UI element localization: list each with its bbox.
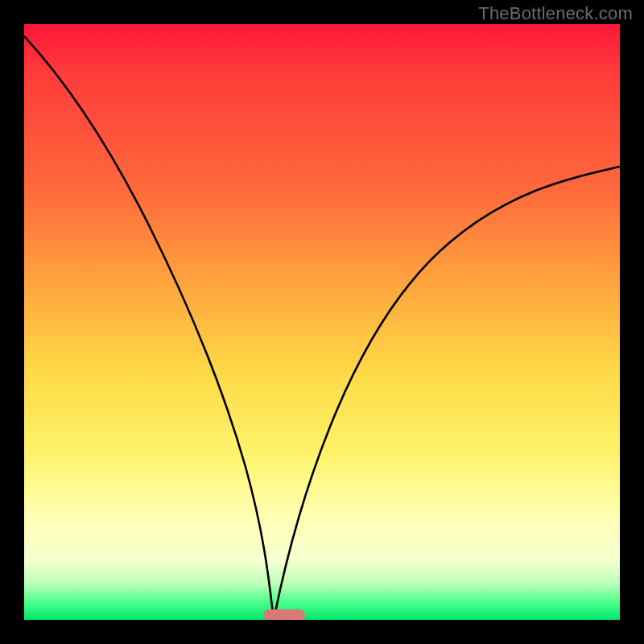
- curve-layer: [24, 24, 620, 620]
- plot-area: [24, 24, 620, 620]
- optimal-range-marker: [263, 609, 305, 620]
- curve-right-branch: [274, 167, 620, 620]
- chart-frame: TheBottleneck.com: [0, 0, 644, 644]
- curve-left-branch: [24, 36, 274, 620]
- watermark-text: TheBottleneck.com: [478, 3, 633, 24]
